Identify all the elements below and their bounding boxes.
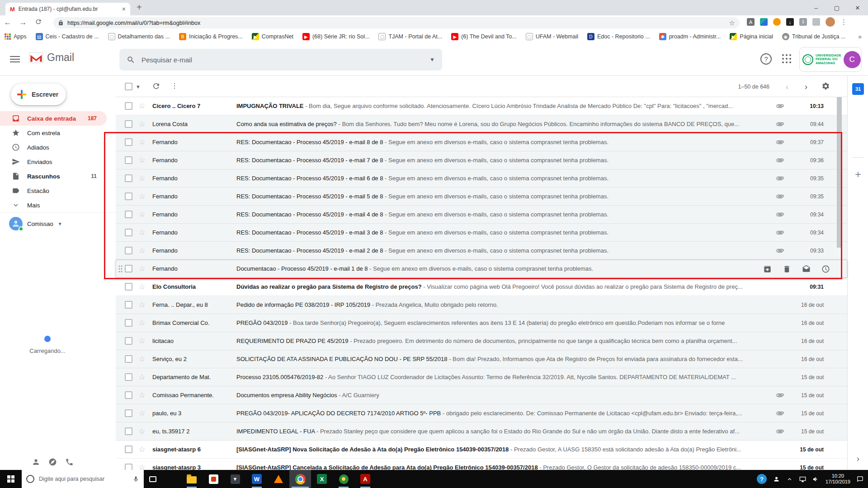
sidebar-item-label[interactable]: Estacão <box>0 183 107 198</box>
bookmark-item[interactable]: ▢UFAM - Webmail <box>526 33 578 40</box>
tab-close-icon[interactable]: × <box>122 5 126 13</box>
taskbar-clock[interactable]: 10:2017/10/2019 <box>826 473 850 485</box>
bookmark-item[interactable]: BIniciação & Progres... <box>179 33 243 40</box>
email-row[interactable]: ☆ licitacao REQUERIMENTO DE PRAZO PE 45/… <box>116 332 847 350</box>
star-icon[interactable]: ☆ <box>137 101 146 111</box>
dark-app-icon[interactable]: ▼ <box>224 470 246 488</box>
new-tab-button[interactable]: + <box>137 2 142 13</box>
email-row[interactable]: ☆ Fernando RES: Documentacao - Processo … <box>116 242 847 260</box>
file-explorer-icon[interactable] <box>181 470 203 488</box>
star-icon[interactable]: ☆ <box>137 192 146 201</box>
star-icon[interactable]: ☆ <box>137 264 146 273</box>
bookmark-item[interactable]: ▶(6) The Devil and To... <box>451 33 517 40</box>
bookmark-item[interactable]: ▢TJAM - Portal de At... <box>378 33 442 40</box>
forward-icon[interactable]: → <box>15 18 31 27</box>
star-icon[interactable]: ☆ <box>137 408 146 418</box>
star-icon[interactable]: ☆ <box>137 246 146 255</box>
color-extension-icon[interactable] <box>760 18 768 26</box>
gray-extension-icon[interactable] <box>812 18 820 26</box>
downloads-tray-icon[interactable]: ⇩ <box>799 18 807 26</box>
email-checkbox[interactable] <box>125 427 132 435</box>
email-checkbox[interactable] <box>125 247 132 254</box>
speaker-icon[interactable] <box>812 476 819 483</box>
email-checkbox[interactable] <box>125 192 132 200</box>
bookmarks-overflow-icon[interactable]: » <box>858 33 862 40</box>
email-checkbox[interactable] <box>125 283 132 291</box>
email-checkbox[interactable] <box>125 120 132 128</box>
email-checkbox[interactable] <box>125 337 132 345</box>
email-checkbox[interactable] <box>125 211 132 218</box>
sidebar-item-starred[interactable]: Com estrela <box>0 126 107 140</box>
star-icon[interactable]: ☆ <box>137 174 146 183</box>
bookmark-apps[interactable]: Apps <box>5 33 27 40</box>
acrobat-icon[interactable]: A <box>354 470 376 488</box>
email-checkbox[interactable] <box>125 319 132 327</box>
sidebar-item-drafts[interactable]: Rascunhos11 <box>0 169 107 183</box>
email-row[interactable]: ☆ Fernando RES: Documentacao - Processo … <box>116 224 847 242</box>
star-icon[interactable]: ☆ <box>137 354 146 364</box>
email-checkbox[interactable] <box>125 301 132 309</box>
browser-menu-icon[interactable]: ⋮ <box>840 18 847 26</box>
star-icon[interactable]: ☆ <box>137 390 146 400</box>
email-checkbox[interactable] <box>125 355 132 363</box>
orange-extension-icon[interactable] <box>773 18 781 26</box>
email-row[interactable]: ☆ Lorena Costa Como anda sua estimativa … <box>116 115 847 133</box>
word-icon[interactable]: W <box>246 470 268 488</box>
back-icon[interactable]: ← <box>0 18 15 27</box>
email-row[interactable]: ☆ Cicero .. Cicero 7 IMPUGNAÇÃO TRIVALEB… <box>116 97 847 115</box>
taskbar-search-box[interactable]: Digite aqui para pesquisar <box>22 470 144 488</box>
star-icon[interactable]: ☆ <box>137 119 146 129</box>
url-text[interactable]: https://mail.google.com/mail/u/0/?tab=rm… <box>67 20 726 26</box>
phone-icon[interactable] <box>65 458 74 466</box>
bookmark-item[interactable]: ▶ComprasNet <box>252 33 293 40</box>
account-avatar[interactable]: C <box>844 51 861 68</box>
list-scrollbar[interactable] <box>837 97 842 248</box>
bookmark-item[interactable]: ▶Página inicial <box>730 33 773 40</box>
star-icon[interactable]: ☆ <box>137 155 146 165</box>
bookmark-star-icon[interactable]: ☆ <box>729 19 735 27</box>
archive-icon[interactable] <box>763 265 772 273</box>
email-checkbox[interactable] <box>125 265 132 272</box>
browser-profile-avatar[interactable] <box>826 17 835 27</box>
reload-icon[interactable] <box>31 18 46 28</box>
green-app-icon[interactable] <box>333 470 354 488</box>
bookmark-item[interactable]: ▢Detalhamento das ... <box>108 33 170 40</box>
email-row[interactable]: ☆ Fernando RES: Documentacao - Processo … <box>116 133 847 151</box>
download-extension-icon[interactable]: ↓ <box>786 18 794 26</box>
email-checkbox[interactable] <box>125 446 132 453</box>
email-checkbox[interactable] <box>125 391 132 399</box>
bookmark-item[interactable]: ▶(68) Série JR: rio Sol... <box>302 33 369 40</box>
calendar-icon[interactable]: 31 <box>852 83 864 95</box>
window-maximize-button[interactable]: ▢ <box>826 0 847 15</box>
settings-gear-icon[interactable] <box>821 82 830 92</box>
gmail-logo[interactable]: Gmail <box>29 52 74 64</box>
bookmark-item[interactable]: ✱proadm - Administr... <box>659 33 721 40</box>
action-center-icon[interactable] <box>857 476 863 483</box>
older-page-icon[interactable]: ‹ <box>786 82 788 92</box>
start-button[interactable] <box>0 470 22 488</box>
email-row[interactable]: ☆ paulo, eu 3 PREGÃO 043/2019- APLICAÇÃO… <box>116 404 847 422</box>
email-row[interactable]: ☆ Comissao Permanente. Documentos empres… <box>116 386 847 404</box>
collapse-panel-icon[interactable]: › <box>848 454 868 464</box>
mark-read-icon[interactable] <box>802 265 811 273</box>
select-caret-icon[interactable]: ▼ <box>136 84 141 89</box>
star-icon[interactable]: ☆ <box>137 427 146 436</box>
star-icon[interactable]: ☆ <box>137 210 146 219</box>
star-icon[interactable]: ☆ <box>137 318 146 328</box>
email-checkbox[interactable] <box>125 138 132 146</box>
hidden-icons-chevron[interactable] <box>786 476 793 483</box>
bookmark-item[interactable]: ▤Ceis - Cadastro de ... <box>36 33 99 40</box>
task-view-icon[interactable] <box>144 470 162 488</box>
email-checkbox[interactable] <box>125 174 132 182</box>
sidebar-item-more[interactable]: Mais <box>0 198 107 212</box>
contacts-icon[interactable] <box>32 458 40 466</box>
email-row[interactable]: ☆ Serviço, eu 2 SOLICITAÇÃO DE ATA ASSIN… <box>116 350 847 368</box>
email-row[interactable]: ☆ Departamento de Mat. Processo 23105.00… <box>116 368 847 386</box>
conversations-icon[interactable] <box>48 458 57 466</box>
star-icon[interactable]: ☆ <box>137 137 146 147</box>
bookmark-item[interactable]: DEdoc - Repositorio ... <box>587 33 650 40</box>
star-icon[interactable]: ☆ <box>137 282 146 291</box>
email-row[interactable]: ☆ eu, ts.35917 2 IMPEDIMENTO LEGAL - FUA… <box>116 422 847 441</box>
people-icon[interactable] <box>773 476 780 483</box>
bookmark-item[interactable]: ◉Tribunal de Justiça ... <box>782 33 845 40</box>
